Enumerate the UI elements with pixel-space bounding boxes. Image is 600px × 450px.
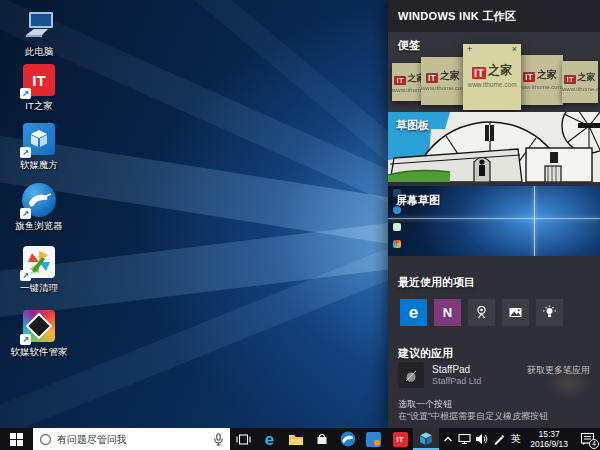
pen-icon <box>492 433 505 446</box>
ruanmei-app-icon <box>366 432 381 447</box>
note-add-button[interactable]: + <box>467 45 472 54</box>
recent-tile-photos[interactable] <box>502 299 529 326</box>
search-input[interactable] <box>57 434 209 445</box>
sticky-notes-label: 便签 <box>398 38 420 53</box>
desktop-icon-label: 此电脑 <box>25 46 54 59</box>
lightbulb-icon <box>542 305 557 320</box>
clock-date: 2016/9/13 <box>530 439 568 449</box>
panel-title: WINDOWS INK 工作区 <box>388 0 600 32</box>
photo-icon <box>508 305 523 320</box>
start-button[interactable] <box>0 428 33 450</box>
recent-items-section: 最近使用的项目 e N <box>388 262 600 344</box>
shortcut-arrow-icon: ↗ <box>20 334 31 345</box>
taskbar-file-explorer-button[interactable] <box>283 428 309 450</box>
edge-icon: e <box>409 304 418 321</box>
recent-tile-edge[interactable]: e <box>400 299 427 326</box>
sailfish-browser-icon: ↗ <box>21 182 57 218</box>
recent-tile-ideas[interactable] <box>536 299 563 326</box>
speaker-icon <box>475 433 488 445</box>
cortana-search-box[interactable] <box>33 428 231 450</box>
window-glow-line <box>388 218 600 219</box>
suggested-app-staffpad[interactable]: StaffPad StaffPad Ltd <box>398 362 481 388</box>
desktop-icon-label: 软媒魔方 <box>20 159 58 172</box>
sailfish-browser-icon <box>340 431 356 447</box>
footer-line2: 在“设置”中根据需要自定义橡皮擦按钮 <box>398 410 548 423</box>
sketchpad-section[interactable]: 草图板 <box>388 112 600 182</box>
screen: 此电脑 IT ↗ IT之家 ↗ 软媒魔方 <box>0 0 600 450</box>
desktop-icon-label: 一键清理 <box>20 282 58 295</box>
staffpad-icon <box>398 362 424 388</box>
taskbar-mofang-button-active[interactable] <box>413 428 439 450</box>
sketchpad-label: 草图板 <box>396 118 429 133</box>
taskbar: e IT <box>0 428 600 450</box>
taskbar-edge-button[interactable]: e <box>257 428 283 450</box>
edge-icon: e <box>265 431 274 448</box>
shortcut-arrow-icon: ↗ <box>20 88 31 99</box>
recent-tile-camera[interactable] <box>468 299 495 326</box>
action-center-button[interactable]: 4 <box>574 428 600 450</box>
desktop-icon-this-pc[interactable]: 此电脑 <box>6 8 72 59</box>
sticky-note[interactable]: IT之家 www.ithome.com <box>517 55 563 105</box>
window-glow-line <box>534 186 535 256</box>
network-icon <box>458 433 472 445</box>
webcam-icon <box>474 305 489 320</box>
task-view-button[interactable] <box>230 428 256 450</box>
taskbar-ithome-button[interactable]: IT <box>387 428 413 450</box>
desktop-icon-label: 软媒软件管家 <box>11 346 68 359</box>
network-status-button[interactable] <box>456 428 473 450</box>
desktop-icon-cleaner[interactable]: ↗ 一键清理 <box>6 244 72 295</box>
desktop-icon-mofang[interactable]: ↗ 软媒魔方 <box>6 121 72 172</box>
taskbar-ruanmei-app-button[interactable] <box>361 428 387 450</box>
notification-badge: 4 <box>589 439 599 449</box>
app-publisher: StaffPad Ltd <box>432 376 481 386</box>
get-more-pen-apps-link[interactable]: 获取更多笔应用 <box>527 364 590 377</box>
pen-settings-button[interactable] <box>490 428 507 450</box>
note-close-button[interactable]: × <box>512 45 517 54</box>
system-tray: 英 15:37 2016/9/13 4 <box>439 428 600 450</box>
panel-footer: 选取一个按钮 在“设置”中根据需要自定义橡皮擦按钮 <box>388 396 600 428</box>
clock-time: 15:37 <box>530 429 568 439</box>
shortcut-arrow-icon: ↗ <box>20 147 31 158</box>
windows-logo-icon <box>10 433 23 446</box>
task-view-icon <box>236 433 251 446</box>
magic-cube-icon <box>418 431 434 447</box>
onenote-icon: N <box>443 306 452 319</box>
suggested-apps-label: 建议的应用 <box>398 346 453 361</box>
shortcut-arrow-icon: ↗ <box>20 208 31 219</box>
sticky-note-front[interactable]: + × IT之家 www.ithome.com <box>463 44 521 110</box>
recent-tile-onenote[interactable]: N <box>434 299 461 326</box>
cortana-icon <box>39 433 52 446</box>
desktop-icon-label: IT之家 <box>25 100 52 113</box>
screen-sketch-section[interactable]: 屏幕草图 <box>388 186 600 256</box>
taskbar-sailfish-browser-button[interactable] <box>335 428 361 450</box>
desktop-icon-qiyu-browser[interactable]: ↗ 旗鱼浏览器 <box>6 182 72 233</box>
suggested-apps-section: 建议的应用 StaffPad StaffPad Ltd 获取更多笔应用 <box>388 344 600 396</box>
mini-desktop-icon <box>393 223 401 231</box>
sticky-notes-section[interactable]: 便签 IT之家 www.ithome.com IT之家 www.ithome.c… <box>388 32 600 112</box>
software-manager-icon: ↗ <box>21 308 57 344</box>
desktop-icon-label: 旗鱼浏览器 <box>15 220 63 233</box>
shortcut-arrow-icon: ↗ <box>20 270 31 281</box>
clock[interactable]: 15:37 2016/9/13 <box>524 429 574 449</box>
this-pc-icon <box>21 8 57 44</box>
mini-desktop-icon <box>393 240 401 248</box>
show-hidden-icons-button[interactable] <box>439 428 456 450</box>
ithome-icon: IT ↗ <box>21 62 57 98</box>
sticky-note[interactable]: IT之家 www.ithome.com <box>562 61 598 103</box>
folder-icon <box>288 433 304 446</box>
desktop-icon-ithome[interactable]: IT ↗ IT之家 <box>6 62 72 113</box>
microphone-icon[interactable] <box>213 433 224 446</box>
chevron-up-icon <box>443 435 453 443</box>
magic-cube-icon: ↗ <box>21 121 57 157</box>
ithome-icon: IT <box>393 432 408 447</box>
screen-sketch-label: 屏幕草图 <box>396 193 440 208</box>
ime-indicator[interactable]: 英 <box>507 428 524 450</box>
app-name: StaffPad <box>432 364 481 375</box>
desktop-icon-software-manager[interactable]: ↗ 软媒软件管家 <box>6 308 72 359</box>
sticky-note[interactable]: IT之家 www.ithome.com <box>421 57 465 105</box>
store-bag-icon <box>315 432 329 446</box>
windows-ink-workspace-panel: WINDOWS INK 工作区 便签 IT之家 www.ithome.com I… <box>388 0 600 428</box>
recent-items-label: 最近使用的项目 <box>398 275 475 290</box>
volume-button[interactable] <box>473 428 490 450</box>
taskbar-store-button[interactable] <box>309 428 335 450</box>
